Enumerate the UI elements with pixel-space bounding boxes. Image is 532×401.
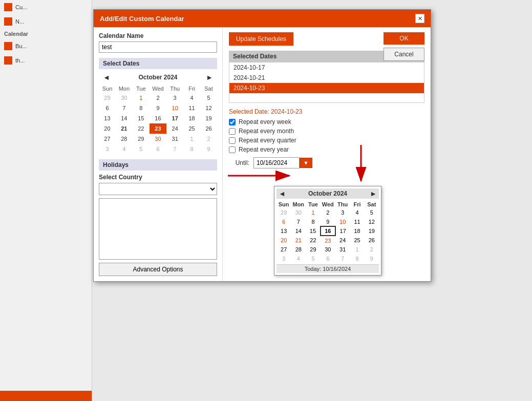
- popup-cal-day[interactable]: 29: [276, 208, 291, 217]
- cal-day[interactable]: 17: [166, 113, 183, 123]
- popup-cal-day[interactable]: 25: [350, 236, 364, 245]
- cal-day[interactable]: 5: [133, 144, 150, 154]
- popup-cal-day[interactable]: 4: [291, 254, 306, 263]
- cal-day[interactable]: 29: [133, 134, 150, 144]
- cal-day[interactable]: 27: [99, 134, 116, 144]
- popup-cal-day[interactable]: 14: [291, 226, 306, 236]
- popup-cal-day[interactable]: 5: [306, 254, 320, 263]
- popup-cal-day[interactable]: 19: [365, 226, 379, 236]
- popup-cal-day[interactable]: 12: [365, 217, 379, 226]
- cal-day[interactable]: 8: [183, 144, 200, 154]
- holidays-list[interactable]: [99, 198, 217, 260]
- cal-next-btn[interactable]: ►: [204, 73, 215, 81]
- popup-cal-day[interactable]: 7: [291, 217, 306, 226]
- popup-cal-day[interactable]: 5: [365, 208, 379, 217]
- cal-day[interactable]: 1: [183, 134, 200, 144]
- cal-day[interactable]: 4: [183, 93, 200, 103]
- popup-cal-day[interactable]: 30: [321, 245, 335, 254]
- popup-cal-day[interactable]: 28: [291, 245, 306, 254]
- popup-cal-day[interactable]: 31: [335, 245, 350, 254]
- cal-day[interactable]: 22: [133, 123, 150, 134]
- popup-cal-day[interactable]: 24: [335, 236, 350, 245]
- popup-cal-day[interactable]: 1: [350, 245, 364, 254]
- sidebar-item-1[interactable]: Cu...: [0, 0, 92, 14]
- popup-cal-day[interactable]: 13: [276, 226, 291, 236]
- cal-day[interactable]: 30: [150, 134, 166, 144]
- country-select[interactable]: [99, 183, 217, 195]
- cal-day[interactable]: 3: [166, 93, 183, 103]
- popup-cal-day[interactable]: 4: [350, 208, 364, 217]
- date-item[interactable]: 2024-10-21: [229, 73, 424, 83]
- cal-day[interactable]: 19: [200, 113, 217, 123]
- cal-day[interactable]: 9: [200, 144, 217, 154]
- popup-cal-day[interactable]: 9: [365, 254, 379, 263]
- popup-cal-day[interactable]: 29: [306, 245, 320, 254]
- until-input[interactable]: [253, 157, 300, 168]
- popup-cal-day[interactable]: 11: [350, 217, 364, 226]
- calendar-name-input[interactable]: [99, 41, 217, 53]
- close-button[interactable]: ✕: [415, 14, 424, 23]
- cal-day[interactable]: 30: [116, 93, 133, 103]
- ok-button[interactable]: OK: [384, 32, 424, 45]
- cal-day[interactable]: 21: [116, 123, 133, 134]
- cal-day[interactable]: 18: [183, 113, 200, 123]
- cal-day[interactable]: 1: [133, 93, 150, 103]
- popup-cal-day[interactable]: 16: [321, 226, 335, 236]
- popup-prev-btn[interactable]: ◄: [279, 189, 286, 198]
- cal-day[interactable]: 26: [200, 123, 217, 134]
- cal-day[interactable]: 2: [150, 93, 166, 103]
- popup-cal-day[interactable]: 3: [335, 208, 350, 217]
- cal-day[interactable]: 4: [116, 144, 133, 154]
- cal-day[interactable]: 8: [133, 103, 150, 113]
- popup-cal-day[interactable]: 27: [276, 245, 291, 254]
- popup-cal-day[interactable]: 8: [350, 254, 364, 263]
- popup-cal-day[interactable]: 22: [306, 236, 320, 245]
- popup-cal-day[interactable]: 18: [350, 226, 364, 236]
- until-dropdown-button[interactable]: ▼: [300, 158, 312, 168]
- cal-day[interactable]: 11: [183, 103, 200, 113]
- cal-day[interactable]: 7: [116, 103, 133, 113]
- cal-day[interactable]: 28: [116, 134, 133, 144]
- popup-cal-day[interactable]: 7: [335, 254, 350, 263]
- cal-day[interactable]: 12: [200, 103, 217, 113]
- cal-day[interactable]: 2: [200, 134, 217, 144]
- chk_quarter[interactable]: [229, 137, 236, 144]
- date-item[interactable]: 2024-10-23: [229, 83, 424, 93]
- popup-cal-day[interactable]: 2: [321, 208, 335, 217]
- popup-cal-day[interactable]: 10: [335, 217, 350, 226]
- popup-cal-day[interactable]: 2: [365, 245, 379, 254]
- cal-day[interactable]: 14: [116, 113, 133, 123]
- popup-cal-day[interactable]: 1: [306, 208, 320, 217]
- cal-day[interactable]: 25: [183, 123, 200, 134]
- popup-next-btn[interactable]: ►: [370, 189, 377, 198]
- popup-cal-day[interactable]: 26: [365, 236, 379, 245]
- cal-day[interactable]: 7: [166, 144, 183, 154]
- cancel-button[interactable]: Cancel: [384, 48, 424, 61]
- cal-day[interactable]: 24: [166, 123, 183, 134]
- popup-cal-day[interactable]: 30: [291, 208, 306, 217]
- chk_month[interactable]: [229, 128, 236, 135]
- sidebar-item-3[interactable]: Bu...: [0, 39, 92, 53]
- popup-cal-day[interactable]: 8: [306, 217, 320, 226]
- cal-day[interactable]: 5: [200, 93, 217, 103]
- chk_year[interactable]: [229, 146, 236, 153]
- cal-day[interactable]: 10: [166, 103, 183, 113]
- cal-day[interactable]: 15: [133, 113, 150, 123]
- cal-day[interactable]: 20: [99, 123, 116, 134]
- chk_week[interactable]: [229, 119, 236, 125]
- popup-cal-day[interactable]: 6: [321, 254, 335, 263]
- cal-prev-btn[interactable]: ◄: [101, 73, 112, 81]
- update-schedules-button[interactable]: Update Schedules: [229, 32, 293, 46]
- popup-cal-day[interactable]: 9: [321, 217, 335, 226]
- popup-cal-day[interactable]: 17: [335, 226, 350, 236]
- popup-cal-day[interactable]: 21: [291, 236, 306, 245]
- cal-day[interactable]: 29: [99, 93, 116, 103]
- cal-day[interactable]: 13: [99, 113, 116, 123]
- sidebar-item-2[interactable]: N...: [0, 14, 92, 29]
- popup-cal-day[interactable]: 6: [276, 217, 291, 226]
- popup-cal-day[interactable]: 3: [276, 254, 291, 263]
- popup-cal-day[interactable]: 15: [306, 226, 320, 236]
- cal-day[interactable]: 3: [99, 144, 116, 154]
- cal-day[interactable]: 23: [150, 123, 166, 134]
- cal-day[interactable]: 6: [99, 103, 116, 113]
